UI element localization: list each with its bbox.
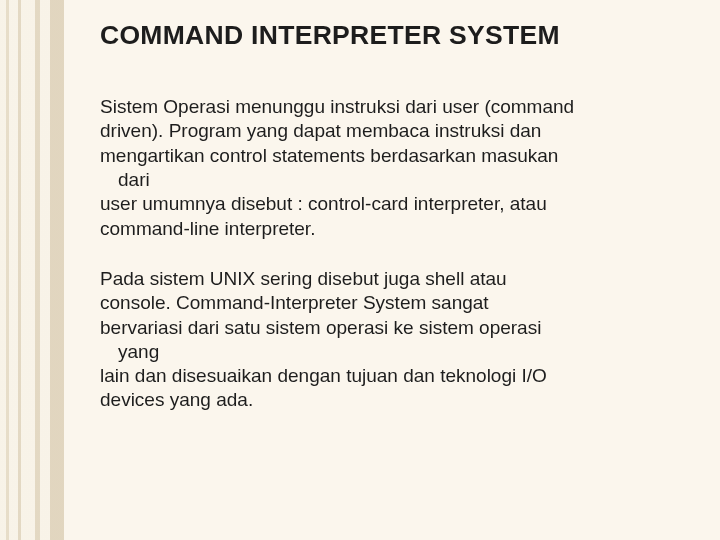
slide-content: COMMAND INTERPRETER SYSTEM Sistem Operas… (100, 20, 680, 439)
text-line: Pada sistem UNIX sering disebut juga she… (100, 267, 680, 291)
text-line: yang (100, 340, 680, 364)
paragraph-1: Sistem Operasi menunggu instruksi dari u… (100, 95, 680, 241)
paragraph-2: Pada sistem UNIX sering disebut juga she… (100, 267, 680, 413)
slide-title: COMMAND INTERPRETER SYSTEM (100, 20, 680, 51)
text-line: bervariasi dari satu sistem operasi ke s… (100, 316, 680, 340)
text-line: lain dan disesuaikan dengan tujuan dan t… (100, 364, 680, 388)
decorative-left-band (0, 0, 64, 540)
text-line: dari (100, 168, 680, 192)
text-line: Sistem Operasi menunggu instruksi dari u… (100, 95, 680, 119)
text-line: console. Command-Interpreter System sang… (100, 291, 680, 315)
text-line: command-line interpreter. (100, 217, 680, 241)
text-line: mengartikan control statements berdasark… (100, 144, 680, 168)
text-line: user umumnya disebut : control-card inte… (100, 192, 680, 216)
text-line: driven). Program yang dapat membaca inst… (100, 119, 680, 143)
text-line: devices yang ada. (100, 388, 680, 412)
